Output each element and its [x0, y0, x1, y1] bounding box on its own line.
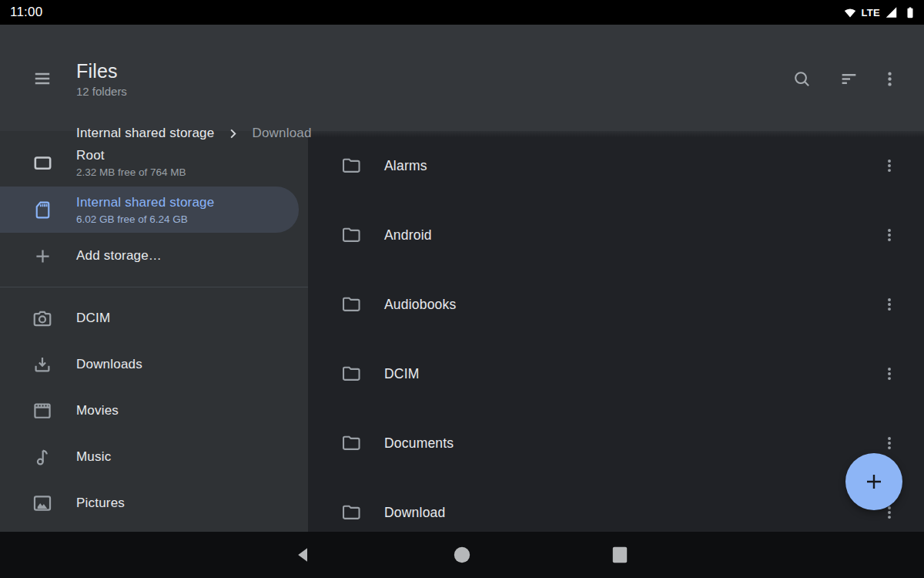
folder-name: DCIM: [384, 366, 880, 382]
folder-icon: [341, 226, 362, 244]
folder-name: Android: [384, 227, 880, 244]
title-block: Files 12 folders: [76, 61, 127, 98]
folder-name: Download: [384, 505, 880, 521]
folder-row-download[interactable]: Download: [308, 478, 924, 532]
storage-item-root[interactable]: Root 2.32 MB free of 764 MB: [0, 139, 308, 187]
folder-icon: [341, 434, 362, 452]
chevron-right-icon: [226, 126, 240, 141]
battery-icon: [902, 4, 918, 21]
folder-name: Documents: [384, 435, 880, 452]
image-icon: [24, 492, 61, 514]
plus-icon: [24, 246, 61, 267]
storage-item-internal-shared-storage[interactable]: Internal shared storage 6.02 GB free of …: [0, 187, 299, 233]
download-icon: [24, 354, 61, 375]
overflow-menu-icon[interactable]: [871, 60, 908, 97]
folder-icon: [341, 295, 362, 314]
folder-overflow-icon[interactable]: [880, 217, 899, 254]
add-storage-label: Add storage…: [76, 248, 162, 264]
storage-detail: 2.32 MB free of 764 MB: [76, 166, 186, 178]
folder-row-android[interactable]: Android: [308, 200, 924, 270]
root-storage-icon: [24, 153, 61, 173]
sidebar-item-label: Music: [76, 449, 111, 465]
breadcrumb-download[interactable]: Download: [252, 126, 311, 141]
sidebar-divider: [0, 287, 308, 287]
sort-icon[interactable]: [830, 60, 867, 97]
status-icons: LTE: [842, 4, 919, 21]
navigation-drawer: Root 2.32 MB free of 764 MB Internal sha…: [0, 131, 308, 532]
folder-overflow-icon[interactable]: [880, 147, 899, 184]
sidebar-item-downloads[interactable]: Downloads: [0, 341, 308, 388]
folder-row-alarms[interactable]: Alarms: [308, 131, 924, 200]
sidebar-item-music[interactable]: Music: [0, 434, 308, 480]
folder-icon: [341, 503, 362, 522]
clock: 11:00: [10, 5, 42, 20]
add-fab-button[interactable]: [845, 453, 902, 510]
folder-row-audiobooks[interactable]: Audiobooks: [308, 270, 924, 339]
sidebar-item-pictures[interactable]: Pictures: [0, 480, 308, 526]
back-button[interactable]: [286, 536, 323, 573]
home-button[interactable]: [444, 536, 480, 573]
navigation-bar: [0, 532, 924, 578]
sidebar-item-label: DCIM: [76, 311, 110, 326]
sidebar-item-label: Pictures: [76, 496, 125, 511]
hamburger-menu-icon[interactable]: [24, 60, 61, 97]
recents-button[interactable]: [601, 536, 638, 573]
file-list: Alarms Android Audiobooks DCIM: [308, 131, 924, 532]
page-title: Files: [76, 61, 127, 81]
folder-row-dcim[interactable]: DCIM: [308, 339, 924, 408]
folder-icon: [341, 156, 362, 175]
plus-icon: [862, 469, 886, 494]
folder-overflow-icon[interactable]: [880, 355, 899, 392]
lte-label: LTE: [862, 7, 881, 18]
cell-signal-icon: [884, 5, 899, 19]
storage-detail: 6.02 GB free of 6.24 GB: [76, 213, 214, 225]
status-bar: 11:00 LTE: [0, 0, 924, 25]
sidebar-item-label: Downloads: [76, 357, 142, 372]
search-icon[interactable]: [783, 60, 820, 97]
music-note-icon: [24, 446, 61, 468]
folder-name: Alarms: [384, 158, 880, 174]
wifi-icon: [842, 5, 858, 19]
app-bar: Files 12 folders Internal shared storage…: [0, 25, 924, 131]
folder-icon: [341, 365, 362, 383]
sidebar-item-movies[interactable]: Movies: [0, 388, 308, 434]
sidebar-item-label: Movies: [76, 403, 119, 418]
breadcrumb-internal-shared-storage[interactable]: Internal shared storage: [76, 126, 214, 141]
sd-card-icon: [24, 200, 61, 220]
sidebar-item-dcim[interactable]: DCIM: [0, 295, 308, 341]
add-storage-button[interactable]: Add storage…: [0, 233, 308, 279]
movie-clapper-icon: [24, 400, 61, 422]
storage-name: Internal shared storage: [76, 195, 214, 210]
folder-name: Audiobooks: [384, 297, 880, 313]
storage-name: Root: [76, 148, 186, 163]
breadcrumb: Internal shared storage Download: [76, 123, 312, 144]
camera-icon: [24, 307, 61, 329]
folder-row-documents[interactable]: Documents: [308, 408, 924, 478]
folder-count: 12 folders: [76, 85, 127, 98]
folder-overflow-icon[interactable]: [880, 286, 899, 323]
